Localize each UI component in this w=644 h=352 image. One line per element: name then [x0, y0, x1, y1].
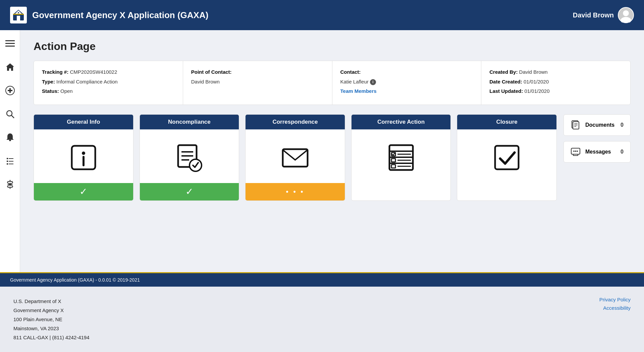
action-card-general-info-footer: ✓: [34, 183, 133, 200]
action-card-correspondence-body: [246, 129, 345, 176]
footer-address-line-1: U.S. Department of X: [13, 297, 90, 306]
action-card-noncompliance[interactable]: Noncompliance ✓: [140, 114, 239, 201]
date-created-label: Date Created:: [489, 79, 524, 84]
action-card-corrective-title: Corrective Action: [377, 119, 425, 125]
svg-point-55: [575, 151, 576, 152]
footer-address-line-3: 100 Plain Avenue, NE: [13, 315, 90, 324]
sidebar: [0, 30, 20, 272]
page-title: Action Page: [34, 40, 631, 53]
svg-point-26: [82, 152, 85, 155]
general-info-icon: [68, 142, 99, 173]
sidebar-item-list[interactable]: [3, 154, 17, 168]
sidebar-item-home[interactable]: [3, 60, 17, 74]
action-card-correspondence-footer: • • •: [246, 183, 345, 200]
svg-rect-17: [9, 140, 11, 141]
documents-count: 0: [621, 122, 624, 128]
info-icon: i: [370, 79, 376, 85]
svg-rect-5: [13, 14, 24, 15]
type-label: Type:: [42, 79, 56, 84]
svg-rect-9: [5, 43, 15, 44]
type-value: Informal Compliance Action: [56, 79, 118, 84]
action-card-closure-body: [457, 129, 556, 176]
action-card-noncompliance-title: Noncompliance: [168, 119, 211, 125]
documents-icon: [571, 120, 581, 130]
contact-name: Katie Lafleur: [340, 79, 370, 84]
documents-card[interactable]: Documents 0: [564, 114, 631, 136]
footer-bottom: U.S. Department of X Government Agency X…: [0, 287, 644, 352]
team-members-link[interactable]: Team Members: [340, 88, 377, 94]
poc-label: Point of Contact:: [191, 69, 232, 75]
svg-rect-44: [495, 146, 519, 169]
poc-value: David Brown: [191, 79, 220, 84]
user-menu[interactable]: David Brown: [573, 7, 634, 23]
app-title: Government Agency X Application (GAXA): [32, 10, 208, 20]
sidebar-item-notifications[interactable]: [3, 131, 17, 144]
footer-bar: Government Agency Application (GAXA) - 0…: [0, 272, 644, 287]
svg-point-6: [623, 10, 629, 16]
sidebar-item-add[interactable]: [3, 84, 17, 97]
action-card-correspondence[interactable]: Correspondence • • •: [245, 114, 345, 201]
avatar: [618, 7, 634, 23]
info-card-poc: Point of Contact: David Brown: [183, 61, 332, 105]
svg-rect-33: [283, 149, 308, 167]
info-card-tracking: Tracking #: CMP2020SW410022 Type: Inform…: [34, 61, 183, 105]
action-card-general-info-title: General Info: [67, 119, 100, 125]
messages-label: Messages: [585, 149, 616, 155]
svg-rect-8: [5, 40, 15, 41]
privacy-policy-link[interactable]: Privacy Policy: [599, 297, 631, 302]
svg-rect-19: [9, 158, 13, 159]
info-card-created: Created By: David Brown Date Created: 01…: [481, 61, 630, 105]
check-icon-2: ✓: [185, 186, 193, 197]
sidebar-item-menu[interactable]: [3, 37, 17, 50]
created-by-value: David Brown: [519, 69, 548, 75]
action-card-closure[interactable]: Closure: [457, 114, 557, 201]
svg-point-56: [577, 151, 578, 152]
svg-point-7: [621, 17, 631, 23]
action-card-correspondence-title: Correspondence: [272, 119, 318, 125]
accessibility-link[interactable]: Accessibility: [603, 305, 631, 311]
footer-address-line-2: Government Agency X: [13, 306, 90, 315]
footer-links: Privacy Policy Accessibility: [599, 297, 631, 311]
action-card-noncompliance-body: [140, 129, 239, 176]
sidebar-item-search[interactable]: [3, 107, 17, 121]
sidebar-item-settings[interactable]: [3, 178, 17, 191]
tracking-label: Tracking #:: [42, 69, 70, 75]
noncompliance-icon: [174, 142, 204, 173]
correspondence-icon: [280, 142, 310, 173]
svg-point-4: [18, 12, 19, 13]
svg-rect-14: [8, 90, 12, 91]
messages-card[interactable]: Messages 0: [564, 141, 631, 163]
date-created-value: 01/01/2020: [524, 79, 549, 84]
footer-address: U.S. Department of X Government Agency X…: [13, 297, 90, 342]
svg-rect-21: [9, 161, 13, 162]
svg-rect-18: [7, 158, 8, 159]
action-card-closure-title: Closure: [496, 119, 518, 125]
footer-address-line-5: 811 CALL-GAX | (811) 4242-4194: [13, 333, 90, 342]
svg-marker-11: [6, 63, 14, 71]
last-updated-value: 01/01/2020: [524, 88, 549, 94]
user-name: David Brown: [573, 11, 614, 19]
footer-bar-text: Government Agency Application (GAXA) - 0…: [10, 277, 140, 283]
created-by-label: Created By:: [489, 69, 519, 75]
action-card-corrective-footer: [352, 183, 451, 200]
documents-label: Documents: [585, 122, 616, 128]
svg-rect-10: [5, 46, 15, 47]
svg-rect-20: [7, 161, 8, 162]
footer-address-line-4: Mainstown, VA 2023: [13, 324, 90, 333]
check-icon: ✓: [79, 186, 87, 197]
svg-line-16: [11, 115, 14, 118]
svg-rect-46: [573, 122, 579, 129]
dots-icon: • • •: [286, 187, 304, 196]
corrective-icon: [386, 142, 416, 173]
action-card-general-info[interactable]: General Info ✓: [34, 114, 133, 201]
svg-rect-22: [7, 163, 8, 165]
action-card-closure-header: Closure: [457, 115, 556, 129]
main-content: Action Page Tracking #: CMP2020SW410022 …: [20, 30, 644, 272]
status-value: Open: [60, 88, 73, 94]
status-label: Status:: [42, 88, 60, 94]
action-cards: General Info ✓: [34, 114, 557, 201]
action-card-corrective[interactable]: Corrective Action: [351, 114, 451, 201]
action-card-noncompliance-header: Noncompliance: [140, 115, 239, 129]
info-card-contact: Contact: Katie Lafleur i Team Members: [332, 61, 482, 105]
last-updated-label: Last Updated:: [489, 88, 524, 94]
